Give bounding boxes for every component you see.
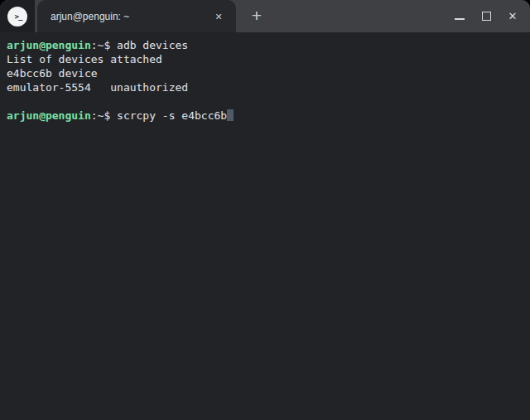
terminal-line: List of devices attached (7, 52, 523, 66)
prompt-user-host: arjun@penguin (7, 39, 91, 51)
close-icon: ✕ (508, 11, 518, 22)
command-text: adb devices (117, 39, 188, 51)
tab-title: arjun@penguin: ~ (51, 11, 211, 22)
maximize-icon (482, 12, 491, 21)
prompt-separator: :~$ (91, 109, 117, 122)
tab-strip[interactable]: >_ arjun@penguin: ~ ✕ + ✕ (0, 0, 530, 32)
terminal-window: >_ arjun@penguin: ~ ✕ + ✕ arjun@penguin:… (0, 0, 530, 420)
prompt-user-host: arjun@penguin (7, 109, 91, 122)
terminal-line: arjun@penguin:~$ scrcpy -s e4bcc6b (7, 109, 523, 123)
app-icon-area: >_ (0, 0, 35, 32)
tab-close-icon[interactable]: ✕ (211, 9, 226, 24)
prompt-separator: :~$ (91, 39, 117, 51)
close-button[interactable]: ✕ (505, 9, 520, 24)
new-tab-button[interactable]: + (244, 3, 269, 28)
terminal-line: emulator-5554 unauthorized (7, 80, 523, 94)
terminal-output[interactable]: arjun@penguin:~$ adb devices List of dev… (0, 32, 530, 420)
titlebar-drag-area (269, 0, 452, 32)
terminal-line: e4bcc6b device (7, 66, 523, 80)
terminal-app-icon: >_ (7, 7, 27, 27)
window-controls: ✕ (452, 0, 530, 32)
minimize-icon (455, 18, 465, 20)
minimize-button[interactable] (452, 9, 467, 24)
command-text: scrcpy -s e4bcc6b (117, 109, 227, 122)
terminal-line (7, 94, 523, 109)
maximize-button[interactable] (479, 9, 494, 24)
text-cursor (227, 109, 234, 121)
tab-arjun-penguin[interactable]: arjun@penguin: ~ ✕ (37, 0, 236, 32)
terminal-line: arjun@penguin:~$ adb devices (7, 38, 523, 52)
